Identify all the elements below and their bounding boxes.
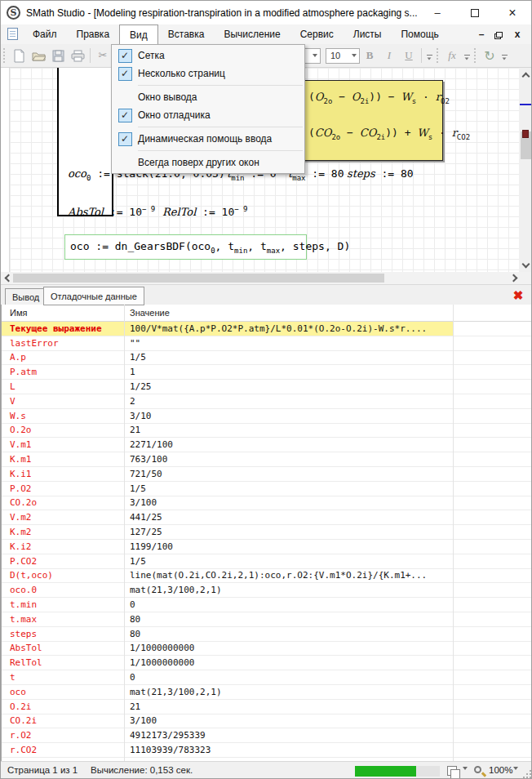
variable-name: lastError [2, 338, 123, 349]
variable-name: O.2i [2, 701, 123, 712]
variable-name: K.m1 [2, 454, 123, 465]
toolbar-overflow-button[interactable] [462, 48, 472, 63]
new-document-button[interactable] [9, 47, 29, 65]
toolbar-separator [421, 48, 422, 63]
view-menu-item[interactable]: ✓Динамическая помощь ввода [112, 130, 304, 148]
variable-name: CO.2i [2, 715, 123, 726]
chevron-down-icon[interactable] [513, 770, 518, 779]
scroll-down-button[interactable] [519, 259, 532, 272]
menu-правка[interactable]: Правка [67, 24, 120, 44]
menu-item-label: Несколько страниц [138, 68, 225, 79]
underline-button[interactable]: U [399, 47, 419, 65]
zoom-level[interactable]: 100% [489, 765, 512, 775]
menu-separator [138, 150, 303, 151]
scroll-right-button[interactable] [508, 272, 521, 284]
chevron-up-icon [522, 72, 530, 80]
window-title: SMath Studio - [Modeling respiration-tra… [26, 7, 419, 19]
variable-name: V [2, 396, 123, 407]
menu-вставка[interactable]: Вставка [158, 24, 215, 44]
menu-листы[interactable]: Листы [344, 24, 392, 44]
variable-value: 100/V*mat({A.p*P.O2*P.atm}/L*0.01*(O.2o-… [123, 323, 427, 334]
print-button[interactable] [68, 47, 87, 65]
variable-value: 1/5 [123, 483, 146, 494]
view-menu-item[interactable]: Окно вывода [112, 88, 304, 106]
column-header-name[interactable]: Имя [2, 308, 123, 318]
horizontal-scrollbar[interactable] [1, 272, 532, 284]
view-menu-item[interactable]: ✓Сетка [112, 47, 304, 65]
font-family-combo[interactable] [304, 48, 321, 64]
save-button[interactable] [48, 47, 68, 65]
tab-debug-data[interactable]: Отладочные данные [43, 287, 144, 305]
variable-value: 21 [123, 425, 140, 435]
view-menu-item[interactable]: ✓Окно отладчика [112, 106, 304, 124]
close-icon: ✖ [513, 288, 524, 303]
resize-grip[interactable] [521, 768, 531, 778]
open-button[interactable] [29, 47, 48, 65]
menu-вычисление[interactable]: Вычисление [214, 24, 290, 44]
variable-value: 80 [123, 629, 140, 639]
scroll-left-button[interactable] [1, 272, 14, 284]
debug-data-panel: Имя Значение Текущее выражение100/V*mat(… [1, 305, 532, 761]
zoom-magnifier-icon[interactable] [474, 766, 481, 773]
variable-name: V.m2 [2, 512, 123, 523]
variable-name: AbsTol [2, 643, 123, 653]
mdi-minimize-button[interactable]: – [472, 29, 490, 40]
close-button[interactable]: × [494, 1, 531, 24]
column-divider[interactable] [124, 305, 125, 761]
minimize-button[interactable]: – [419, 1, 456, 24]
mdi-restore-button[interactable] [490, 29, 508, 39]
embedded-image-frame[interactable] [57, 68, 113, 216]
maximize-button[interactable] [456, 1, 494, 24]
math-region-steps[interactable]: steps := 80 [347, 167, 414, 180]
column-divider[interactable] [453, 305, 454, 761]
variable-value: 0 [123, 672, 135, 683]
variable-value: 1/1000000000 [123, 643, 194, 653]
variable-value: 1/5 [123, 352, 146, 363]
menu-вид[interactable]: Вид [119, 24, 158, 44]
scroll-position-marker [520, 104, 532, 105]
toolbar-overflow-button[interactable] [499, 48, 509, 63]
menu-сервис[interactable]: Сервис [290, 24, 344, 44]
toolbar-drag-handle[interactable] [437, 48, 439, 63]
math-region-abstol[interactable]: AbsTol := 10− 9 [68, 205, 155, 218]
checkmark-icon: ✓ [118, 109, 132, 122]
panel-close-button[interactable]: ✖ [510, 287, 526, 303]
toolbar-overflow-button[interactable] [424, 48, 434, 63]
view-menu-item[interactable]: ✓Несколько страниц [112, 65, 304, 82]
recalculate-button[interactable]: ↻ [480, 47, 499, 65]
cut-button[interactable]: ✂ [93, 47, 113, 65]
error-position-marker [522, 130, 529, 138]
view-menu-item[interactable]: Всегда поверх других окон [112, 154, 304, 171]
variable-value: 1/1000000000 [123, 657, 194, 668]
scroll-up-button[interactable] [519, 68, 532, 81]
tab-output[interactable]: Вывод [5, 288, 47, 305]
ode-equation-o2: (O2o − O2i)) − Ws · rO2 [308, 91, 450, 105]
mdi-close-button[interactable]: x [508, 29, 526, 40]
italic-button[interactable]: I [379, 47, 399, 65]
variable-value: 80 [123, 614, 140, 625]
math-region-reltol[interactable]: RelTol := 10− 9 [162, 205, 248, 218]
variable-value: mat(21,3/100,2,1) [123, 687, 222, 697]
horizontal-scroll-thumb[interactable] [13, 274, 384, 283]
open-folder-icon [32, 50, 46, 62]
variable-name: K.i1 [2, 469, 123, 479]
document-icon [7, 28, 18, 40]
printer-icon [71, 50, 85, 62]
toolbar-separator [90, 48, 91, 63]
vertical-scrollbar[interactable] [519, 68, 532, 272]
app-logo-icon: S [7, 6, 20, 20]
toolbar-drag-handle[interactable] [474, 48, 477, 63]
toolbar-drag-handle[interactable] [3, 48, 6, 63]
page-layout-icon[interactable] [447, 766, 457, 776]
bold-button[interactable]: B [360, 47, 379, 65]
selected-math-region[interactable]: oco := dn_GearsBDF(oco0, tmin, tmax, ste… [64, 234, 307, 260]
variable-name: V.m1 [2, 439, 123, 450]
menu-помощь[interactable]: Помощь [391, 24, 448, 44]
menu-файл[interactable]: Файл [23, 24, 67, 44]
font-size-combo[interactable]: 10 [326, 48, 360, 64]
menu-item-label: Окно отладчика [138, 109, 211, 121]
menu-bar: ФайлПравкаВидВставкаВычислениеСервисЛист… [1, 24, 531, 44]
column-header-value[interactable]: Значение [123, 308, 170, 318]
function-button[interactable]: fx [442, 47, 462, 65]
chevron-down-icon[interactable] [463, 770, 468, 779]
